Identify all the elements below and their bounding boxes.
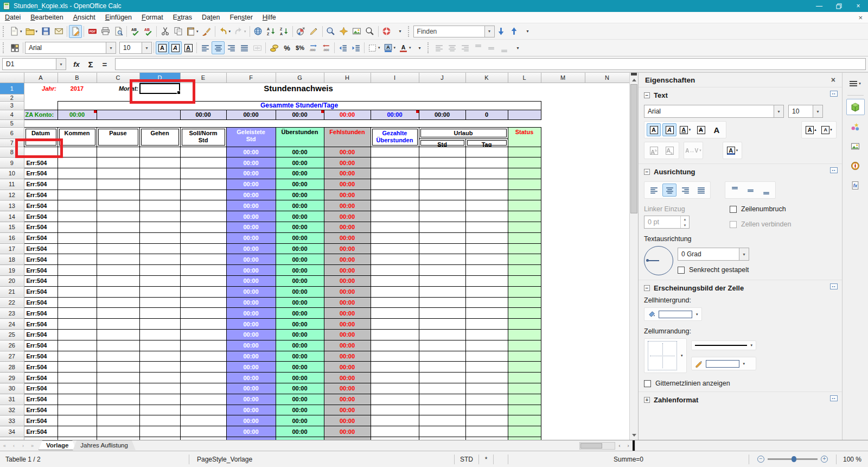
cell-E11[interactable] (180, 179, 226, 190)
cell-I8[interactable] (371, 147, 419, 157)
cell-M14[interactable] (541, 211, 585, 222)
cell-K23[interactable] (465, 308, 508, 319)
page-preview-button[interactable] (112, 25, 125, 38)
cell-I4[interactable]: 00:00 (371, 110, 419, 119)
cell-D29[interactable] (139, 373, 180, 383)
cell-C34[interactable] (97, 426, 139, 437)
cell-K26[interactable] (465, 340, 508, 351)
cell-L32[interactable] (508, 405, 541, 415)
cell-E27[interactable] (180, 351, 226, 362)
cell-J26[interactable] (419, 340, 465, 351)
cell-L28[interactable] (508, 362, 541, 373)
cell-K8[interactable] (465, 147, 508, 157)
cell-J18[interactable] (419, 254, 465, 265)
cell-J10[interactable] (419, 168, 465, 179)
cell-H14[interactable]: 00:00 (324, 211, 371, 222)
cell-D17[interactable] (139, 243, 180, 254)
cell-H24[interactable]: 00:00 (324, 319, 371, 330)
cell-C22[interactable] (97, 297, 139, 308)
cell-E12[interactable] (180, 190, 226, 200)
sidebar-align-bottom-button[interactable] (759, 184, 773, 197)
cell-K30[interactable] (465, 383, 508, 394)
cell-E33[interactable] (180, 415, 226, 426)
cell-I20[interactable] (371, 276, 419, 287)
next-sheet-icon[interactable]: › (18, 440, 28, 451)
cell-F11[interactable]: 00:00 (226, 179, 276, 190)
sidebar-tab-gallery-icon[interactable] (846, 138, 865, 154)
cell-B34[interactable] (58, 426, 97, 437)
cell-F8[interactable]: 00:00 (226, 147, 276, 157)
cell-G12[interactable]: 00:00 (276, 190, 324, 200)
cell-A21[interactable]: Err:504 (24, 286, 58, 297)
row-header-17[interactable]: 17 (0, 243, 24, 254)
name-box[interactable]: D1▾ (2, 58, 66, 70)
number-dialog-launcher-icon[interactable]: ▪▪ (830, 395, 838, 401)
cell-N23[interactable] (585, 308, 629, 319)
toolbar-overflow-button[interactable]: ▾ (413, 41, 426, 54)
header-kommen[interactable]: Kommen (58, 127, 97, 147)
cell-N35[interactable] (585, 437, 629, 440)
cell-A13[interactable]: Err:504 (24, 200, 58, 211)
cell-B33[interactable] (58, 415, 97, 426)
cell-G23[interactable]: 00:00 (276, 308, 324, 319)
cell-C10[interactable] (97, 168, 139, 179)
cell-I33[interactable] (371, 415, 419, 426)
export-pdf-button[interactable]: PDF (86, 25, 99, 38)
cell-N4[interactable] (585, 110, 629, 119)
row-header-25[interactable]: 25 (0, 330, 24, 340)
increase-indent-button[interactable] (349, 41, 362, 54)
spreadsheet-grid[interactable]: ABCDEFGHIJKLMN1Jahr:2017Monat:Stundennac… (0, 73, 629, 440)
column-header-A[interactable]: A (24, 73, 58, 83)
character-dialog-button[interactable]: A (710, 123, 724, 136)
cell-N24[interactable] (585, 319, 629, 330)
function-wizard-icon[interactable]: fx (69, 58, 84, 70)
cell-E20[interactable] (180, 276, 226, 287)
cell-C28[interactable] (97, 362, 139, 373)
cell-D34[interactable] (139, 426, 180, 437)
row-header-28[interactable]: 28 (0, 362, 24, 373)
cell-D26[interactable] (139, 340, 180, 351)
cell-I32[interactable] (371, 405, 419, 415)
cell-K34[interactable] (465, 426, 508, 437)
sidebar-align-center-button[interactable] (662, 184, 676, 197)
cell-B8[interactable] (58, 147, 97, 157)
font-color-button[interactable]: A▾ (397, 41, 413, 54)
cell-L19[interactable] (508, 265, 541, 276)
cell-G16[interactable]: 00:00 (276, 232, 324, 243)
header-datum[interactable]: Datum (24, 127, 58, 147)
cell-M18[interactable] (541, 254, 585, 265)
cell-I34[interactable] (371, 426, 419, 437)
row-header-9[interactable]: 9 (0, 157, 24, 168)
cell-M3[interactable] (541, 101, 585, 110)
cell-K19[interactable] (465, 265, 508, 276)
cell-K17[interactable] (465, 243, 508, 254)
cell-D31[interactable] (139, 394, 180, 405)
cell-C25[interactable] (97, 330, 139, 340)
menu-hilfe[interactable]: Hilfe (258, 12, 281, 22)
cell-H13[interactable]: 00:00 (324, 200, 371, 211)
menu-format[interactable]: Format (137, 12, 168, 22)
cell-G28[interactable]: 00:00 (276, 362, 324, 373)
borders-button[interactable]: ▾ (366, 41, 382, 54)
cell-I30[interactable] (371, 383, 419, 394)
cell-C14[interactable] (97, 211, 139, 222)
cell-M10[interactable] (541, 168, 585, 179)
column-header-N[interactable]: N (585, 73, 629, 83)
selected-cell-D1[interactable] (139, 83, 180, 94)
cell-C35[interactable] (97, 437, 139, 440)
row-header-29[interactable]: 29 (0, 373, 24, 383)
add-decimal-button[interactable]: .000 (307, 41, 320, 54)
cell-G31[interactable]: 00:00 (276, 394, 324, 405)
column-header-F[interactable]: F (226, 73, 276, 83)
row-header-30[interactable]: 30 (0, 383, 24, 394)
cell-M7[interactable] (541, 138, 585, 147)
cell-J13[interactable] (419, 200, 465, 211)
cell-D15[interactable] (139, 222, 180, 233)
cell-F17[interactable]: 00:00 (226, 243, 276, 254)
cell-G11[interactable]: 00:00 (276, 179, 324, 190)
cell-B29[interactable] (58, 373, 97, 383)
cell-E21[interactable] (180, 286, 226, 297)
cell-G8[interactable]: 00:00 (276, 147, 324, 157)
cell-N9[interactable] (585, 157, 629, 168)
cell-M34[interactable] (541, 426, 585, 437)
